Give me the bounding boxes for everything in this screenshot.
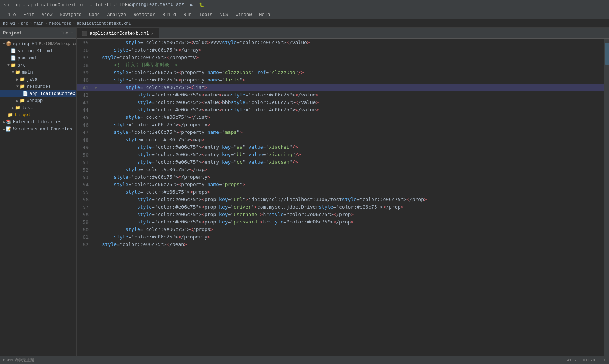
menu-navigate[interactable]: Navigate [57,12,84,18]
sidebar-item-spring01[interactable]: ▼ 📦 spring_01 F:\IDEAWork\spring\spring.… [0,40,76,47]
line-number: 35 [77,40,92,46]
table-row: 57 style="color:#e06c75"><prop key="driv… [77,203,604,211]
menu-code[interactable]: Code [86,12,103,18]
code-cell[interactable]: <!--注入引用类型和对象--> [99,61,604,69]
sidebar-item-src[interactable]: ▼ 📁 src [0,62,76,69]
table-row: 45 style="color:#e06c75"></list> [77,114,604,121]
menu-edit[interactable]: Edit [21,12,37,18]
breadcrumb-part-5[interactable]: applicationContext.xml [77,21,131,26]
sidebar-item-main[interactable]: ▼ 📁 main [0,69,76,76]
code-cell[interactable]: style="color:#e06c75"><property name="cl… [99,69,604,76]
sidebar-label-spring01: spring_01 [13,41,37,47]
sidebar-label-pom: pom.xml [18,56,36,61]
code-cell[interactable]: style="color:#e06c75"></property> [99,173,604,181]
breadcrumb-part-1[interactable]: ng_01 [3,21,15,26]
menu-vcs[interactable]: VCS [217,12,231,18]
code-cell[interactable]: style="color:#e06c75"><value>bbbstyle="c… [99,99,604,106]
sidebar-item-pom[interactable]: 📄 pom.xml [0,55,76,62]
title-text: spring - applicationContext.xml - Intell… [4,3,130,8]
code-cell[interactable]: style="color:#e06c75"></property> [99,233,604,241]
code-cell[interactable]: style="color:#e06c75"><props> [99,188,604,196]
menu-view[interactable]: View [39,12,56,18]
menu-help[interactable]: Help [256,12,273,18]
code-editor[interactable]: 35 style="color:#e06c75"><value>VVVVstyl… [77,39,604,356]
menu-window[interactable]: Window [233,12,255,18]
debug-icon[interactable]: 🐛 [199,2,204,8]
code-cell[interactable]: style="color:#e06c75"></property> [99,121,604,129]
code-cell[interactable]: style="color:#e06c75"><prop key="driver"… [99,203,604,211]
line-number: 51 [77,160,92,165]
line-number: 39 [77,70,92,75]
sidebar-item-webapp[interactable]: ▶ 📁 webapp [0,97,76,104]
code-cell[interactable]: style="color:#e06c75"><value>aaastyle="c… [99,91,604,99]
fold-marker[interactable]: ▶ [93,85,99,90]
code-cell[interactable]: style="color:#e06c75"><list> [99,84,604,91]
code-cell[interactable]: style="color:#e06c75"><entry key="aa" va… [99,144,604,151]
status-bar: CSDN @学无止路 41:9 UTF-8 LF [0,356,609,364]
sidebar-item-scratches[interactable]: ▶ 📝 Scratches and Consoles [0,126,76,133]
code-cell[interactable]: style="color:#e06c75"></array> [99,46,604,54]
code-cell[interactable]: style="color:#e06c75"></map> [99,166,604,173]
chevron-down-icon: ▼ [3,42,5,46]
code-cell[interactable]: style="color:#e06c75"><prop key="usernam… [99,211,604,218]
menu-build[interactable]: Build [160,12,179,18]
code-cell[interactable]: style="color:#e06c75"></bean> [99,241,604,248]
code-cell[interactable]: style="color:#e06c75"><value>cccstyle="c… [99,106,604,114]
line-number: 36 [77,47,92,53]
code-cell[interactable]: style="color:#e06c75"><property name="li… [99,76,604,84]
code-cell[interactable]: style="color:#e06c75"></property> [99,54,604,61]
table-row: 41▶ style="color:#e06c75"><list> [77,84,604,91]
breadcrumb-part-3[interactable]: main [34,21,43,26]
sidebar-icon-3[interactable]: — [71,30,73,36]
code-cell[interactable]: style="color:#e06c75"><property name="ma… [99,129,604,136]
menu-analyze[interactable]: Analyze [104,12,129,18]
tab-close-btn[interactable]: ✕ [151,31,153,36]
sidebar-item-iml[interactable]: 📄 spring_01.iml [0,47,76,55]
line-number: 54 [77,182,92,188]
editor-content[interactable]: 35 style="color:#e06c75"><value>VVVVstyl… [77,39,609,356]
sidebar-item-resources[interactable]: ▼ 📁 resources [0,83,76,90]
sidebar-item-java[interactable]: ▶ 📁 java [0,76,76,83]
chevron-right-icon-test: ▶ [12,106,14,110]
chevron-right-icon-scratches: ▶ [3,127,5,132]
sidebar-item-test[interactable]: ▶ 📁 test [0,104,76,111]
tab-appcontext[interactable]: ⬛ applicationContext.xml ✕ [77,28,159,38]
table-row: 53 style="color:#e06c75"></property> [77,173,604,181]
code-cell[interactable]: style="color:#e06c75"><entry key="bb" va… [99,151,604,158]
sidebar-item-extlibs[interactable]: ▶ 📚 External Libraries [0,118,76,126]
breadcrumb-part-2[interactable]: src [21,21,28,26]
line-number: 52 [77,167,92,173]
iml-icon: 📄 [10,48,16,54]
code-cell[interactable]: style="color:#e06c75"></list> [99,114,604,121]
line-number: 40 [77,77,92,83]
sidebar-tree: ▼ 📦 spring_01 F:\IDEAWork\spring\spring.… [0,39,76,356]
sidebar-icon-2[interactable]: ⚙ [66,30,68,36]
line-number: 46 [77,122,92,128]
folder-icon-java: 📁 [19,77,25,82]
sidebar-item-target[interactable]: 📁 target [0,111,76,118]
tab-bar: ⬛ applicationContext.xml ✕ [77,28,609,39]
folder-icon-webapp: 📁 [19,98,25,104]
menu-refactor[interactable]: Refactor [130,12,158,18]
code-cell[interactable]: style="color:#e06c75"><prop key="url">jd… [99,196,604,203]
statusbar-left: CSDN @学无止路 [3,357,34,363]
code-cell[interactable]: style="color:#e06c75"><map> [99,136,604,144]
code-cell[interactable]: style="color:#e06c75"><value>VVVVstyle="… [99,39,604,46]
line-number: 38 [77,62,92,68]
sidebar-item-appcontext[interactable]: 📄 applicationContext.xml [0,90,76,97]
table-row: 35 style="color:#e06c75"><value>VVVVstyl… [77,39,604,46]
menu-tools[interactable]: Tools [196,12,216,18]
code-cell[interactable]: style="color:#e06c75"><property name="pr… [99,181,604,188]
sidebar-icon-1[interactable]: ⊟ [61,30,63,36]
run-config[interactable]: SpringTest.testClazz [130,2,184,8]
run-icon[interactable]: ▶ [190,2,193,8]
sidebar-label-scratches: Scratches and Consoles [13,127,72,132]
table-row: 46 style="color:#e06c75"></property> [77,121,604,129]
menu-run[interactable]: Run [181,12,195,18]
code-cell[interactable]: style="color:#e06c75"></props> [99,226,604,233]
menu-file[interactable]: File [2,12,19,18]
code-cell[interactable]: style="color:#e06c75"><prop key="passwor… [99,218,604,226]
table-row: 50 style="color:#e06c75"><entry key="bb"… [77,151,604,158]
code-cell[interactable]: style="color:#e06c75"><entry key="cc" va… [99,158,604,166]
breadcrumb-part-4[interactable]: resources [49,21,71,26]
